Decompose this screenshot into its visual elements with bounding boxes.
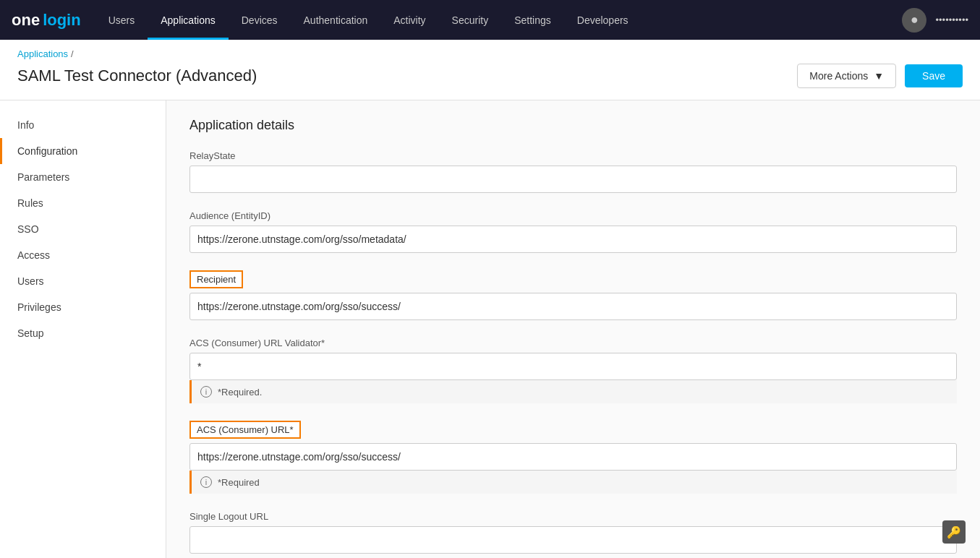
page-title-row: SAML Test Connector (Advanced) More Acti… — [17, 64, 963, 88]
logo[interactable]: onelogin — [12, 11, 81, 30]
sidebar: Info Configuration Parameters Rules SSO … — [0, 100, 166, 558]
top-navigation: onelogin Users Applications Devices Auth… — [0, 0, 980, 40]
nav-right: ● •••••••••• — [902, 8, 968, 33]
nav-item-devices[interactable]: Devices — [229, 0, 291, 40]
acs-validator-required-note: i *Required. — [189, 380, 957, 403]
nav-item-activity[interactable]: Activity — [380, 0, 438, 40]
header-actions: More Actions ▼ Save — [797, 64, 963, 88]
nav-item-security[interactable]: Security — [439, 0, 502, 40]
form-group-acs-validator: ACS (Consumer) URL Validator* i *Require… — [189, 338, 957, 403]
nav-items: Users Applications Devices Authenticatio… — [95, 0, 903, 40]
form-group-recipient: Recipient — [189, 270, 957, 320]
label-audience: Audience (EntityID) — [189, 210, 957, 221]
input-relay-state[interactable] — [189, 166, 957, 193]
breadcrumb-separator: / — [71, 48, 74, 59]
nav-item-settings[interactable]: Settings — [501, 0, 564, 40]
sidebar-item-sso[interactable]: SSO — [0, 216, 166, 242]
main-content: Application details RelayState Audience … — [166, 100, 980, 558]
form-group-audience: Audience (EntityID) — [189, 210, 957, 253]
logo-one: one — [12, 11, 40, 30]
recipient-label-container: Recipient — [189, 270, 957, 288]
input-acs-validator[interactable] — [189, 353, 957, 380]
nav-item-users[interactable]: Users — [95, 0, 148, 40]
acs-url-required-text: *Required — [218, 477, 260, 488]
breadcrumb: Applications / — [17, 48, 963, 59]
main-layout: Info Configuration Parameters Rules SSO … — [0, 100, 980, 558]
label-relay-state: RelayState — [189, 150, 957, 161]
chevron-down-icon: ▼ — [874, 70, 884, 82]
acs-url-label-container: ACS (Consumer) URL* — [189, 421, 957, 439]
form-group-single-logout: Single Logout URL — [189, 511, 957, 554]
save-button[interactable]: Save — [905, 64, 963, 87]
avatar[interactable]: ● — [902, 8, 926, 33]
more-actions-button[interactable]: More Actions ▼ — [797, 64, 896, 88]
section-title: Application details — [189, 118, 957, 133]
info-icon-acs-validator: i — [200, 386, 212, 398]
user-name: •••••••••• — [935, 14, 968, 25]
key-icon: 🔑 — [947, 525, 961, 539]
label-single-logout: Single Logout URL — [189, 511, 957, 522]
sidebar-item-rules[interactable]: Rules — [0, 190, 166, 216]
label-recipient: Recipient — [189, 270, 243, 288]
label-acs-validator: ACS (Consumer) URL Validator* — [189, 338, 957, 348]
sidebar-item-privileges[interactable]: Privileges — [0, 294, 166, 320]
nav-item-authentication[interactable]: Authentication — [291, 0, 381, 40]
nav-item-developers[interactable]: Developers — [564, 0, 642, 40]
input-acs-url[interactable] — [189, 443, 957, 471]
sidebar-item-configuration[interactable]: Configuration — [0, 138, 166, 164]
form-group-acs-url: ACS (Consumer) URL* i *Required — [189, 421, 957, 494]
sidebar-item-access[interactable]: Access — [0, 242, 166, 268]
acs-validator-required-text: *Required. — [218, 387, 262, 398]
form-group-relay-state: RelayState — [189, 150, 957, 193]
page-title: SAML Test Connector (Advanced) — [17, 66, 257, 85]
sidebar-item-users[interactable]: Users — [0, 268, 166, 294]
input-single-logout[interactable] — [189, 526, 957, 554]
acs-url-required-note: i *Required — [189, 471, 957, 494]
input-audience[interactable] — [189, 226, 957, 253]
header-area: Applications / SAML Test Connector (Adva… — [0, 40, 980, 100]
sidebar-item-info[interactable]: Info — [0, 112, 166, 138]
nav-item-applications[interactable]: Applications — [148, 0, 229, 40]
label-acs-url: ACS (Consumer) URL* — [189, 421, 301, 439]
info-icon-acs-url: i — [200, 476, 212, 488]
sidebar-item-parameters[interactable]: Parameters — [0, 164, 166, 190]
sidebar-item-setup[interactable]: Setup — [0, 320, 166, 346]
input-recipient[interactable] — [189, 293, 957, 320]
scroll-hint-icon: 🔑 — [942, 520, 966, 544]
logo-login: login — [43, 11, 81, 30]
breadcrumb-link-applications[interactable]: Applications — [17, 48, 68, 59]
